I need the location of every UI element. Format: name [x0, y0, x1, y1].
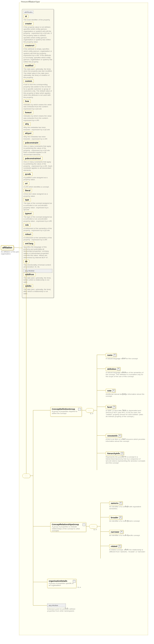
plus-icon[interactable]: +	[113, 406, 115, 408]
attribute-validto[interactable]: validto	[24, 284, 33, 288]
diagram-canvas: affiliation An affiliation of the person…	[0, 0, 154, 644]
plus-icon[interactable]: +	[118, 545, 121, 548]
attribute-desc: A free-text value assigned as a property…	[24, 193, 52, 197]
minus-icon[interactable]: −	[78, 408, 81, 410]
connector	[33, 410, 33, 605]
element-hierarchyInfo[interactable]: hierarchyInfo+	[106, 452, 124, 456]
attribute-pubconstraint[interactable]: pubconstraint	[24, 141, 40, 144]
attribute-modified[interactable]: modified	[24, 64, 35, 68]
element-facet[interactable]: facet+	[106, 405, 116, 409]
attribute-how[interactable]: how	[24, 100, 31, 103]
element-note[interactable]: note+	[106, 389, 116, 393]
organisation-details-element[interactable]: + organisationDetails A group of propert…	[47, 579, 76, 588]
attribute-literal[interactable]: literal	[24, 189, 32, 192]
attribute-roleuri[interactable]: roleuri	[24, 232, 33, 236]
extension-desc: Extension point for provider-defined pro…	[47, 608, 78, 612]
connector	[26, 248, 26, 248]
element-related[interactable]: related+	[109, 544, 122, 548]
plus-icon[interactable]: +	[120, 531, 123, 533]
connector	[93, 410, 97, 410]
connector	[30, 476, 33, 476]
attribute-desc: The date (and, optionally, the time) whe…	[24, 68, 52, 79]
any-other-extension: any ##other	[47, 604, 66, 607]
sequence-connector	[89, 524, 97, 529]
attribute-desc: If set to true the corresponding propert…	[24, 84, 52, 98]
element-desc: A natural language definition of the sem…	[106, 372, 145, 378]
element-definition[interactable]: definition+	[106, 367, 121, 371]
element-desc: A related concept, where the relationshi…	[109, 549, 147, 553]
person-affiliation-type-box: PersonAffiliationType attributes idThe l…	[19, 3, 148, 635]
connector	[19, 248, 22, 248]
affiliation-element[interactable]: affiliation	[1, 245, 14, 250]
attribute-desc: The directionality of textual content (e…	[24, 264, 52, 268]
element-desc: An identifier of a more specific concept…	[109, 534, 147, 536]
sequence-connector	[86, 408, 94, 412]
attribute-xml-lang[interactable]: xml:lang	[24, 242, 35, 245]
connector	[14, 248, 19, 248]
plus-icon[interactable]: +	[119, 502, 122, 504]
concept-definition-group[interactable]: − ConceptDefinitionGroup A group of prop…	[50, 407, 82, 416]
connector	[33, 605, 47, 606]
attribute-qcode[interactable]: qcode	[24, 172, 33, 176]
attribute-why[interactable]: why	[24, 122, 31, 126]
element-desc: Additional natural language information …	[106, 393, 145, 397]
plus-icon[interactable]: +	[113, 354, 116, 356]
plus-icon[interactable]: +	[121, 452, 123, 455]
attribute-desc: The date (and, optionally, the time) aft…	[24, 288, 52, 295]
attribute-id[interactable]: id	[24, 14, 28, 18]
element-desc: An identifier of a more generic concept.	[109, 520, 147, 522]
attribute-desc: Specifies the language of this property …	[24, 246, 52, 259]
connector	[86, 526, 89, 526]
element-broader[interactable]: broader+	[109, 516, 123, 520]
attribute-desc: If the property value is not defined, sp…	[24, 26, 52, 43]
plus-icon[interactable]: +	[112, 390, 115, 392]
element-desc: Represents the position of a concept in …	[106, 456, 145, 464]
plus-icon[interactable]: +	[117, 368, 120, 370]
element-sameAs[interactable]: sameAs+	[109, 501, 123, 505]
occurs: 0..∞	[76, 586, 81, 588]
connector	[100, 503, 101, 558]
connector	[97, 526, 100, 526]
element-name[interactable]: name+	[106, 353, 117, 357]
connector	[97, 355, 97, 470]
element-narrower[interactable]: narrower+	[109, 530, 124, 534]
attribute-pubconstrainturi[interactable]: pubconstrainturi	[24, 157, 43, 160]
type-title: PersonAffiliationType	[20, 1, 41, 3]
element-remoteInfo[interactable]: remoteInfo+	[106, 434, 122, 438]
attribute-whyuri[interactable]: whyuri	[24, 132, 33, 135]
attribute-desc: The date (and, optionally, the time) bef…	[24, 277, 52, 283]
attribute-creator[interactable]: creator	[24, 22, 33, 26]
element-desc: An identifier of a concept with equivale…	[109, 506, 147, 510]
any-other-band: any ##other	[24, 269, 52, 273]
attribute-desc: Why the metadata has been included - exp…	[24, 136, 52, 140]
connector	[26, 248, 26, 474]
concept-relationships-group[interactable]: − ConceptRelationshipsGroup A group of p…	[50, 522, 86, 532]
plus-icon[interactable]: +	[73, 580, 75, 582]
plus-icon[interactable]: +	[119, 434, 121, 437]
attribute-desc: Indicates by which means the value was e…	[24, 104, 52, 110]
attribute-desc: A refinement of the semantics of the pro…	[24, 228, 52, 232]
element-desc: A natural language name for the concept.	[106, 358, 145, 360]
occurs: 0..∞	[86, 412, 93, 414]
attribute-uri[interactable]: uri	[24, 182, 29, 185]
element-desc: In NAR 1.8 and later, facet is deprecate…	[106, 410, 145, 418]
attribute-desc: A URI which identifies a concept.	[24, 186, 52, 188]
attribute-role[interactable]: role	[24, 223, 30, 227]
attribute-desc: The type of the concept assigned as a co…	[24, 216, 52, 222]
connector	[33, 410, 50, 410]
attribute-howuri[interactable]: howuri	[24, 111, 33, 114]
minus-icon[interactable]: −	[83, 523, 85, 526]
attribute-validfrom[interactable]: validfrom	[24, 273, 36, 276]
attribute-typeuri[interactable]: typeuri	[24, 212, 33, 215]
element-desc: A link to an item or a web resource whic…	[106, 438, 145, 442]
occurs: 0..∞	[89, 529, 97, 531]
attribute-custom[interactable]: custom	[24, 79, 34, 83]
sequence-connector	[22, 474, 30, 478]
attribute-desc: Indicates by which means the value was e…	[24, 115, 52, 121]
attribute-desc: One or many constraints that apply to pu…	[24, 161, 52, 172]
attribute-creatoruri[interactable]: creatoruri	[24, 44, 36, 47]
plus-icon[interactable]: +	[119, 516, 122, 519]
attribute-desc: One or many constraints that apply to pu…	[24, 145, 52, 156]
attribute-type[interactable]: type	[24, 198, 31, 202]
attribute-desc: If the attribute is empty, specifies whi…	[24, 48, 52, 63]
